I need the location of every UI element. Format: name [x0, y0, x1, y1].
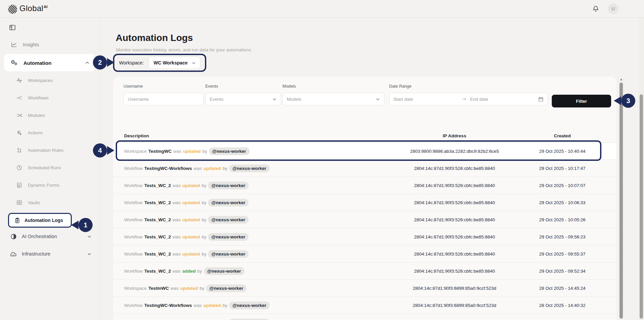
entity-type: Workflow	[124, 200, 143, 205]
chevron-down-icon	[87, 234, 92, 239]
sidebar-item-automation-logs[interactable]: Automation Logs	[8, 213, 72, 228]
table-row[interactable]: Workspace TestingWC was updated by @nexu…	[113, 143, 616, 160]
user-pill[interactable]: @nexus-worker	[208, 182, 249, 189]
table-row[interactable]: Workflow Tests_WC_2 was updated by @nexu…	[113, 194, 616, 211]
sidebar-item-insights[interactable]: Insights	[0, 40, 100, 49]
sidebar-item-automation-rules[interactable]: Automation Rules	[0, 141, 100, 159]
table-row[interactable]: Workflow TestingWC-Workflows was updated…	[113, 314, 616, 320]
entity-name: TestingWC	[148, 149, 172, 154]
start-date-input[interactable]	[393, 97, 458, 102]
events-select[interactable]: Events	[205, 93, 281, 105]
created-at: 29 Oct 2025 - 10:07:07	[508, 183, 616, 188]
was-word: was	[173, 183, 181, 188]
chevron-down-icon	[376, 97, 380, 101]
sidebar-item-workflows[interactable]: Workflows	[0, 89, 100, 106]
chevron-down-icon	[192, 61, 196, 65]
calendar-icon[interactable]	[538, 96, 544, 102]
date-range-picker[interactable]	[389, 93, 548, 105]
annotation-badge-1: 1	[71, 218, 93, 232]
user-pill[interactable]: @nexus-worker	[204, 267, 245, 275]
half-circle-icon	[10, 233, 17, 240]
badge-number: 2	[93, 55, 107, 70]
user-pill[interactable]: @nexus-worker	[208, 250, 249, 258]
by-word: by	[202, 183, 206, 188]
end-date-input[interactable]	[470, 97, 535, 102]
scroll-up-arrow-icon[interactable]: ▲	[619, 77, 624, 82]
sidebar-item-scheduled-runs[interactable]: Scheduled Runs	[0, 159, 100, 176]
was-word: was	[194, 166, 202, 171]
clipboard-icon	[14, 217, 20, 224]
chevron-down-icon	[87, 252, 92, 256]
entity-name: Tests_WC_2	[144, 217, 171, 222]
username-input[interactable]	[123, 93, 204, 105]
user-pill[interactable]: @nexus-worker	[208, 233, 249, 241]
sidebar-item-label: Vaults	[28, 200, 40, 205]
created-at: 29 Oct 2025 - 10:17:47	[508, 166, 616, 171]
was-word: was	[173, 252, 181, 257]
models-select[interactable]: Models	[282, 93, 384, 105]
table-row[interactable]: Workflow Tests_WC_2 was updated by @nexu…	[113, 245, 616, 263]
sidebar-item-dynamic-forms[interactable]: Dynamic Forms	[0, 176, 100, 194]
annotation-badge-3: 3	[614, 94, 635, 108]
sidebar-item-label: AI Orchestration	[22, 234, 57, 239]
user-pill[interactable]: @nexus-worker	[208, 216, 249, 224]
entity-name: Tests_WC_2	[144, 234, 171, 239]
was-word: was	[173, 217, 181, 222]
table-row[interactable]: Workflow Tests_WC_2 was updated by @nexu…	[113, 211, 616, 228]
by-word: by	[202, 217, 206, 222]
sidebar-item-vaults[interactable]: Vaults	[0, 194, 100, 211]
entity-type: Workspace	[124, 149, 147, 154]
entity-type: Workflow	[124, 269, 143, 274]
notifications-bell-icon[interactable]	[592, 5, 600, 13]
brand-superscript: AI	[44, 5, 48, 9]
vault-icon	[16, 199, 22, 206]
sidebar-item-actions[interactable]: Actions	[0, 124, 100, 141]
user-pill[interactable]: @nexus-worker	[209, 147, 250, 155]
sidebar: Insights ⚙⚙ Automation Workspaces Workfl…	[0, 18, 100, 320]
sidebar-item-automation[interactable]: ⚙⚙ Automation	[4, 54, 96, 72]
was-word: was	[194, 303, 202, 308]
sidebar-item-label: Actions	[28, 130, 43, 135]
arrow-right-icon	[462, 96, 467, 102]
sidebar-item-infrastructure[interactable]: Infrastructure	[0, 245, 100, 263]
entity-name: TestingWC-Workflows	[144, 303, 192, 308]
badge-tip	[614, 96, 621, 105]
sidebar-collapse-icon[interactable]	[9, 24, 16, 31]
by-word: by	[223, 166, 227, 171]
page-scrollbar[interactable]	[639, 18, 644, 320]
table-row[interactable]: Workflow Tests_WC_2 was added by @nexus-…	[113, 263, 616, 280]
page-scrollbar-thumb[interactable]	[640, 94, 643, 319]
brand-name: GlobalAI	[19, 4, 48, 13]
clock-icon	[16, 165, 22, 171]
table-row[interactable]: Workflow Tests_WC_2 was updated by @nexu…	[113, 177, 616, 194]
table-row[interactable]: Workflow TestingWC-Workflows was updated…	[113, 160, 616, 177]
user-pill[interactable]: @nexus-worker	[206, 284, 247, 292]
user-pill[interactable]: @nexus-worker	[229, 302, 270, 309]
by-word: by	[223, 303, 227, 308]
ip-address: 2804:14c:87d1:90f3:6899:85a0:9ccf:523d	[401, 286, 508, 291]
user-pill[interactable]: @nexus-worker	[229, 165, 270, 172]
gears-icon: ⚙⚙	[11, 59, 18, 66]
topbar: GlobalAI U	[0, 0, 644, 18]
user-avatar[interactable]: U	[608, 3, 619, 14]
by-word: by	[200, 286, 204, 291]
sidebar-item-workspaces[interactable]: Workspaces	[0, 72, 100, 89]
action-word: updated	[180, 286, 198, 291]
panel-scrollbar[interactable]: ▲	[619, 77, 624, 320]
workspace-select[interactable]: WC Workspace	[149, 57, 201, 69]
sidebar-item-label: Dynamic Forms	[28, 183, 60, 188]
user-pill[interactable]: @nexus-worker	[229, 319, 270, 320]
date-range-label: Date Range	[389, 84, 548, 89]
table-row[interactable]: Workflow TestingWC-Workflows was updated…	[113, 297, 616, 314]
sidebar-item-modules[interactable]: Modules	[0, 106, 100, 124]
table-row[interactable]: Workspace TestinWC was updated by @nexus…	[113, 280, 616, 297]
created-at: 28 Oct 2025 - 14:40:32	[508, 303, 616, 308]
action-word: updated	[182, 183, 200, 188]
panel-scrollbar-thumb[interactable]	[620, 83, 623, 319]
table-row[interactable]: Workflow Tests_WC_2 was updated by @nexu…	[113, 228, 616, 245]
entity-name: TestinWC	[148, 286, 169, 291]
action-word: updated	[182, 217, 200, 222]
user-pill[interactable]: @nexus-worker	[208, 199, 249, 207]
filter-button[interactable]: Filter	[552, 95, 611, 107]
brand-logo[interactable]: GlobalAI	[8, 4, 48, 14]
